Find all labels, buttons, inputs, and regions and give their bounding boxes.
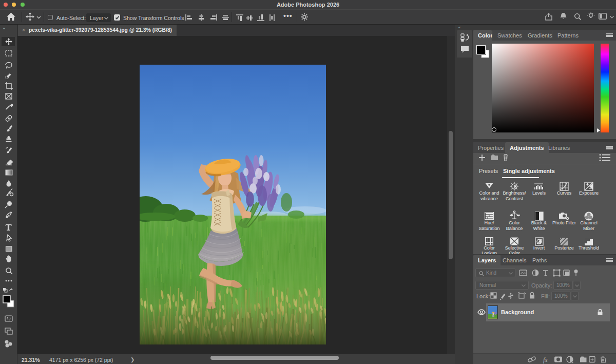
svg-text:Black &: Black &	[531, 220, 547, 225]
svg-text:White: White	[533, 226, 545, 231]
svg-text:Photo Filter: Photo Filter	[552, 220, 576, 225]
svg-text:Posterize: Posterize	[554, 245, 574, 251]
svg-text:Selective: Selective	[505, 245, 524, 251]
svg-text:Mixer: Mixer	[583, 226, 594, 231]
svg-text:Contrast: Contrast	[506, 196, 524, 201]
svg-text:vibrance: vibrance	[480, 196, 498, 201]
svg-text:Levels: Levels	[532, 190, 546, 196]
svg-text:Color: Color	[509, 251, 520, 254]
svg-text:Threshold: Threshold	[579, 245, 599, 251]
svg-text:Brightness/: Brightness/	[503, 190, 526, 196]
svg-text:Color: Color	[484, 245, 495, 251]
svg-text:Invert: Invert	[533, 245, 545, 251]
svg-text:Curves: Curves	[557, 190, 572, 196]
svg-text:Color: Color	[509, 220, 520, 225]
svg-text:fx: fx	[543, 356, 548, 363]
svg-text:Channel: Channel	[580, 220, 598, 225]
svg-text:Exposure: Exposure	[579, 190, 599, 196]
svg-text:Lookup: Lookup	[482, 251, 497, 254]
svg-text:Balance: Balance	[506, 226, 523, 231]
svg-text:Color and: Color and	[479, 190, 499, 196]
svg-text:Saturation: Saturation	[478, 226, 499, 231]
svg-text:Hue/: Hue/	[484, 220, 494, 225]
